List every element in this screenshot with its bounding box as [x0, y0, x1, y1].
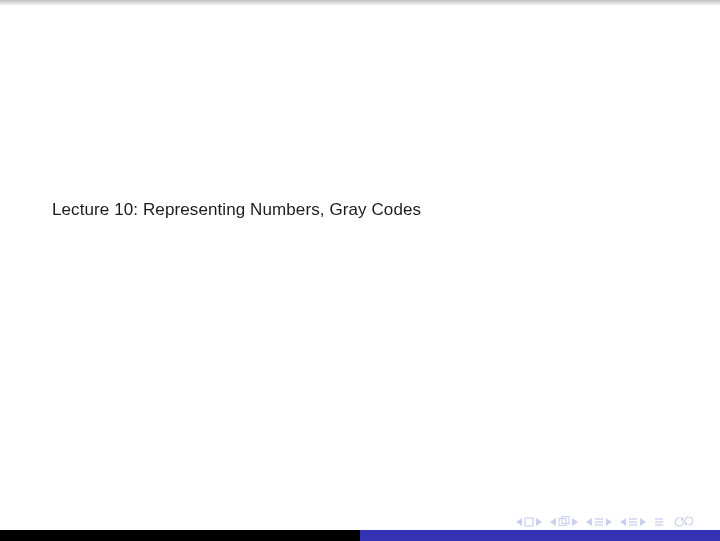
footer: [0, 511, 720, 541]
svg-marker-0: [516, 518, 522, 526]
triangle-right-icon: [640, 518, 646, 526]
nav-first-slide-group[interactable]: [516, 517, 542, 527]
progress-remaining: [360, 530, 720, 541]
triangle-right-icon: [606, 518, 612, 526]
svg-marker-11: [606, 518, 612, 526]
svg-rect-1: [525, 518, 533, 526]
bars-icon: [628, 517, 638, 527]
svg-marker-2: [536, 518, 542, 526]
square-icon: [524, 517, 534, 527]
slide-body: Lecture 10: Representing Numbers, Gray C…: [0, 0, 720, 541]
progress-done: [0, 530, 360, 541]
triangle-right-icon: [536, 518, 542, 526]
undo-redo-icon: [672, 516, 696, 527]
beamer-nav: [516, 516, 696, 527]
triangle-left-icon: [550, 518, 556, 526]
nav-subdoc-group[interactable]: [550, 516, 578, 527]
svg-marker-6: [572, 518, 578, 526]
bars-icon: [594, 517, 604, 527]
nav-prev-section-group[interactable]: [586, 517, 612, 527]
svg-marker-3: [550, 518, 556, 526]
nav-end-slide[interactable]: [654, 517, 664, 527]
frames-icon: [558, 516, 570, 527]
svg-marker-7: [586, 518, 592, 526]
nav-back-forward[interactable]: [672, 516, 696, 527]
triangle-left-icon: [516, 518, 522, 526]
svg-marker-12: [620, 518, 626, 526]
progress-bar: [0, 530, 720, 541]
bars-icon: [654, 517, 664, 527]
slide-title: Lecture 10: Representing Numbers, Gray C…: [52, 200, 421, 220]
triangle-right-icon: [572, 518, 578, 526]
svg-marker-16: [640, 518, 646, 526]
triangle-left-icon: [620, 518, 626, 526]
nav-next-section-group[interactable]: [620, 517, 646, 527]
triangle-left-icon: [586, 518, 592, 526]
